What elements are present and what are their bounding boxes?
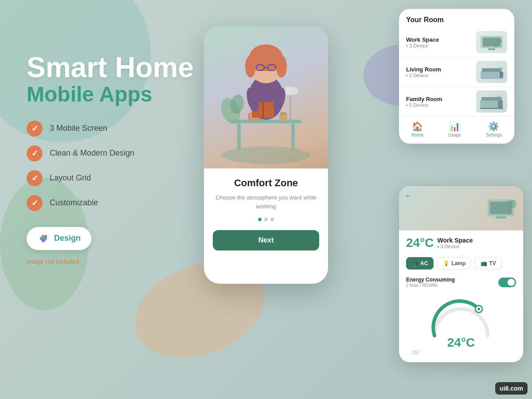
bottom-nav: 🏠 Home 📊 Usage ⚙️ Settings <box>399 116 514 139</box>
check-icon-2: ✓ <box>27 145 43 161</box>
room-count-living: • 2 Device <box>406 73 472 78</box>
svg-rect-37 <box>498 101 502 108</box>
feature-text-2: Clean & Modern Design <box>50 149 134 158</box>
svg-rect-39 <box>480 108 503 109</box>
energy-row: Energy Consuming 2 hour / 40 kWh <box>399 273 523 291</box>
workspace-header-image: ← <box>399 186 523 231</box>
svg-rect-31 <box>481 71 503 79</box>
your-room-phone: Your Room Work Space • 3 Device Living R… <box>399 9 514 144</box>
feature-text-4: Customizable <box>50 198 98 207</box>
back-button[interactable]: ← <box>404 192 412 201</box>
tab-ac[interactable]: 📺 AC <box>406 257 434 270</box>
temperature-gauge-area: 24°C -15° <box>399 291 523 362</box>
room-item-workspace[interactable]: Work Space • 3 Device <box>399 27 514 57</box>
room-thumb-family <box>476 90 507 113</box>
room-item-family[interactable]: Family Room • 5 Device <box>399 87 514 116</box>
workspace-temperature: 24°C <box>406 236 434 250</box>
svg-rect-33 <box>500 72 503 78</box>
feature-text-3: Layout Grid <box>50 173 91 183</box>
usage-icon: 📊 <box>449 121 460 132</box>
svg-rect-8 <box>279 114 287 121</box>
lamp-label: Lamp <box>451 260 466 266</box>
check-icon-1: ✓ <box>27 121 43 137</box>
title-smart: Smart Home <box>27 53 195 82</box>
left-panel: Smart Home Mobile Apps ✓ 3 Mobile Screen… <box>27 53 195 265</box>
tv-label: TV <box>489 260 496 266</box>
energy-label: Energy Consuming <box>406 277 455 283</box>
svg-point-29 <box>497 39 502 44</box>
room-name-living: Living Room <box>406 66 472 73</box>
room-info-family: Family Room • 5 Device <box>406 96 472 108</box>
svg-point-1 <box>43 237 47 240</box>
svg-point-17 <box>245 55 256 78</box>
watermark-text: ui8.com <box>500 385 523 392</box>
device-tabs: 📺 AC 💡 Lamp 📺 TV <box>399 254 523 273</box>
feature-item-1: ✓ 3 Mobile Screen <box>27 121 195 137</box>
comfort-title: Comfort Zone <box>213 177 319 189</box>
phone-content: Comfort Zone Choose the atmosphere you w… <box>204 168 328 262</box>
tab-tv[interactable]: 📺 TV <box>475 257 501 270</box>
ac-icon: 📺 <box>412 260 419 266</box>
toggle-knob <box>508 279 515 286</box>
dot-2 <box>264 218 268 221</box>
svg-point-46 <box>477 308 480 310</box>
room-thumb-living <box>476 61 507 83</box>
design-label: Design <box>54 234 81 243</box>
gauge-temperature: 24°C <box>447 336 475 350</box>
svg-rect-30 <box>495 44 497 47</box>
nav-usage-label: Usage <box>448 133 461 137</box>
workspace-details: Work Space • 3 Device <box>438 237 516 249</box>
nav-home[interactable]: 🏠 Home <box>411 121 423 137</box>
comfort-subtitle: Choose the atmosphere you want while wor… <box>213 193 319 211</box>
workspace-illustration <box>483 191 519 226</box>
tab-lamp[interactable]: 💡 Lamp <box>437 257 471 270</box>
nav-usage[interactable]: 📊 Usage <box>448 121 461 137</box>
svg-rect-4 <box>237 123 241 150</box>
feature-item-4: ✓ Customizable <box>27 195 195 211</box>
nav-settings[interactable]: ⚙️ Settings <box>486 121 502 137</box>
next-button[interactable]: Next <box>213 230 319 250</box>
dot-1 <box>258 218 262 221</box>
lamp-icon: 💡 <box>443 260 450 266</box>
svg-rect-9 <box>280 112 286 115</box>
svg-point-38 <box>497 95 501 100</box>
gauge-min-label: -15° <box>406 350 419 355</box>
energy-sub: 2 hour / 40 kWh <box>406 283 455 288</box>
ac-label: AC <box>420 260 428 266</box>
nav-home-label: Home <box>411 133 423 137</box>
nav-settings-label: Settings <box>486 133 502 137</box>
svg-point-43 <box>508 200 516 208</box>
watermark: ui8.com <box>495 382 528 395</box>
room-item-living[interactable]: Living Room • 2 Device <box>399 57 514 87</box>
room-name-workspace: Work Space <box>406 36 472 43</box>
feature-text-1: 3 Mobile Screen <box>50 124 107 133</box>
home-icon: 🏠 <box>412 121 423 132</box>
design-button[interactable]: Design <box>27 227 91 250</box>
energy-toggle[interactable] <box>498 278 516 287</box>
figma-icon <box>37 232 50 245</box>
svg-point-2 <box>222 146 310 164</box>
svg-rect-23 <box>262 102 264 118</box>
room-name-family: Family Room <box>406 96 472 102</box>
svg-rect-42 <box>496 216 506 219</box>
room-info-living: Living Room • 2 Device <box>406 66 472 78</box>
your-room-header: Your Room <box>399 9 514 27</box>
workspace-name: Work Space <box>438 237 516 244</box>
tv-icon: 📺 <box>481 260 487 266</box>
temperature-gauge-svg <box>426 296 497 340</box>
feature-item-3: ✓ Layout Grid <box>27 170 195 186</box>
svg-point-18 <box>276 55 287 78</box>
check-icon-4: ✓ <box>27 195 43 211</box>
feature-list: ✓ 3 Mobile Screen ✓ Clean & Modern Desig… <box>27 121 195 211</box>
svg-rect-44 <box>508 208 509 215</box>
room-thumb-workspace <box>476 31 507 53</box>
image-note: Image not included <box>27 258 195 265</box>
phone-illustration-area <box>204 27 328 168</box>
dot-3 <box>270 218 274 221</box>
svg-rect-3 <box>231 120 301 123</box>
workspace-info: 24°C Work Space • 3 Device <box>399 231 523 254</box>
svg-point-34 <box>498 67 503 71</box>
room-count-workspace: • 3 Device <box>406 43 472 48</box>
title-mobile: Mobile Apps <box>27 82 195 107</box>
workspace-detail-phone: ← 24°C Work Space • 3 Device 📺 AC 💡 Lamp <box>399 186 523 362</box>
